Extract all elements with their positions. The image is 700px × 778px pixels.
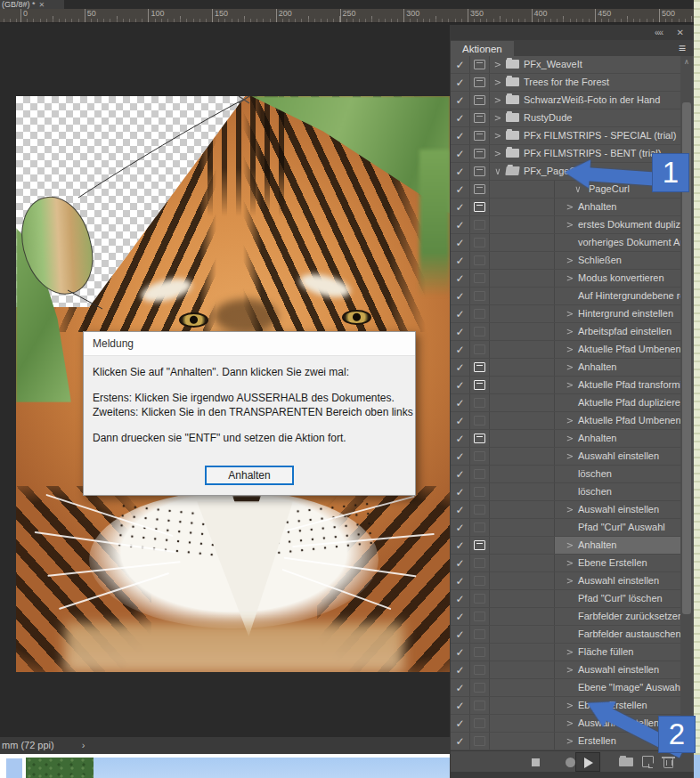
step-item[interactable]: löschen [554, 483, 680, 500]
status-chevron-icon[interactable]: › [82, 740, 85, 750]
toggle-dialog-cell[interactable] [470, 466, 490, 482]
step-item[interactable]: Ebene "Image" Auswahl [554, 679, 680, 696]
toggle-item-checkbox[interactable]: ✓ [451, 163, 470, 180]
step-item[interactable]: >Anhalten [554, 199, 680, 215]
toggle-item-checkbox[interactable]: ✓ [451, 448, 470, 465]
expander-icon[interactable]: > [564, 252, 576, 269]
toggle-dialog-cell[interactable] [470, 216, 490, 233]
toggle-dialog-cell[interactable] [470, 109, 490, 126]
step-item[interactable]: >Hintergrund einstellen [554, 305, 680, 322]
anhalten-button[interactable]: Anhalten [205, 466, 294, 485]
step-item[interactable]: >Auswahl einstellen [554, 661, 680, 678]
toggle-dialog-cell[interactable] [470, 572, 490, 589]
step-item[interactable]: >Aktuelle Pfad transformieren [554, 377, 680, 393]
toggle-item-checkbox[interactable]: ✓ [451, 679, 470, 696]
step-item[interactable]: >Auswahl einstellen [554, 501, 680, 518]
toggle-item-checkbox[interactable]: ✓ [451, 127, 470, 144]
dialog-title[interactable]: Meldung [84, 332, 415, 356]
expander-icon[interactable]: > [564, 697, 576, 714]
status-zoom-info[interactable]: mm (72 ppi) [2, 740, 54, 750]
toggle-dialog-cell[interactable] [470, 359, 490, 376]
toggle-dialog-cell[interactable] [470, 715, 490, 732]
expander-icon[interactable]: > [564, 448, 576, 465]
toggle-dialog-cell[interactable] [470, 608, 490, 625]
toggle-dialog-cell[interactable] [470, 234, 490, 251]
expander-icon[interactable]: > [564, 359, 576, 376]
tab-aktionen[interactable]: Aktionen [451, 41, 514, 57]
expander-icon[interactable]: > [564, 537, 576, 554]
tab-close-icon[interactable]: ✕ [39, 1, 45, 9]
toggle-item-checkbox[interactable]: ✓ [451, 555, 470, 571]
toggle-item-checkbox[interactable]: ✓ [451, 466, 470, 482]
expander-icon[interactable]: > [564, 501, 576, 518]
expander-icon[interactable]: > [564, 733, 576, 750]
toggle-item-checkbox[interactable]: ✓ [451, 145, 470, 162]
scroll-up-icon[interactable]: ∧ [680, 58, 693, 66]
step-item[interactable]: >Anhalten [554, 430, 680, 447]
close-panel-icon[interactable]: ✕ [677, 25, 684, 40]
toggle-dialog-cell[interactable] [470, 56, 490, 73]
step-item[interactable]: >erstes Dokument duplizieren [554, 216, 680, 233]
expander-icon[interactable]: > [492, 74, 504, 91]
step-item[interactable]: löschen [554, 466, 680, 482]
toggle-item-checkbox[interactable]: ✓ [451, 74, 470, 91]
toggle-dialog-cell[interactable] [470, 644, 490, 660]
toggle-item-checkbox[interactable]: ✓ [451, 572, 470, 589]
step-item[interactable]: >Auswahl einstellen [554, 572, 680, 589]
expander-icon[interactable]: > [564, 572, 576, 589]
step-item[interactable]: Pfad "Curl" löschen [554, 590, 680, 607]
toggle-item-checkbox[interactable]: ✓ [451, 377, 470, 393]
expander-icon[interactable]: > [564, 270, 576, 287]
toggle-dialog-cell[interactable] [470, 501, 490, 518]
toggle-item-checkbox[interactable]: ✓ [451, 216, 470, 233]
folder-item[interactable]: >PFx FILMSTRIPS - SPECIAL (trial) [490, 127, 680, 144]
step-item[interactable]: Farbfelder zurücksetzen [554, 608, 680, 625]
toggle-item-checkbox[interactable]: ✓ [451, 430, 470, 447]
stop-button[interactable] [526, 751, 546, 773]
toggle-item-checkbox[interactable]: ✓ [451, 661, 470, 678]
expander-icon[interactable]: > [492, 127, 504, 144]
step-item[interactable]: >Schließen [554, 252, 680, 269]
step-item[interactable]: >Aktuelle Pfad Umbenennen [554, 341, 680, 358]
expander-icon[interactable]: > [564, 377, 576, 393]
toggle-dialog-cell[interactable] [470, 341, 490, 358]
toggle-item-checkbox[interactable]: ✓ [451, 412, 470, 429]
toggle-item-checkbox[interactable]: ✓ [451, 323, 470, 340]
toggle-item-checkbox[interactable]: ✓ [451, 394, 470, 411]
step-item[interactable]: >Ebene Erstellen [554, 555, 680, 571]
toggle-dialog-cell[interactable] [470, 270, 490, 287]
toggle-dialog-cell[interactable] [470, 519, 490, 536]
toggle-dialog-cell[interactable] [470, 555, 490, 571]
toggle-item-checkbox[interactable]: ✓ [451, 56, 470, 73]
step-item[interactable]: >Arbeitspfad einstellen [554, 323, 680, 340]
play-button[interactable] [575, 752, 600, 772]
expander-icon[interactable]: > [564, 430, 576, 447]
toggle-dialog-cell[interactable] [470, 412, 490, 429]
toggle-dialog-cell[interactable] [470, 537, 490, 554]
expander-icon[interactable]: > [492, 109, 504, 126]
toggle-item-checkbox[interactable]: ✓ [451, 305, 470, 322]
toggle-dialog-cell[interactable] [470, 305, 490, 322]
toggle-dialog-cell[interactable] [470, 323, 490, 340]
folder-item[interactable]: >SchwarzWeiß-Foto in der Hand [490, 92, 680, 109]
toggle-dialog-cell[interactable] [470, 127, 490, 144]
toggle-dialog-cell[interactable] [470, 626, 490, 643]
expander-icon[interactable]: > [564, 644, 576, 660]
toggle-dialog-cell[interactable] [470, 430, 490, 447]
toggle-dialog-cell[interactable] [470, 163, 490, 180]
step-item[interactable]: >Modus konvertieren [554, 270, 680, 287]
step-item[interactable]: Farbfelder austauschen [554, 626, 680, 643]
toggle-dialog-cell[interactable] [470, 74, 490, 91]
toggle-item-checkbox[interactable]: ✓ [451, 234, 470, 251]
toggle-dialog-cell[interactable] [470, 199, 490, 215]
toggle-item-checkbox[interactable]: ✓ [451, 359, 470, 376]
toggle-item-checkbox[interactable]: ✓ [451, 181, 470, 198]
document-tab[interactable]: (GB/8#) *✕ [0, 0, 64, 9]
toggle-dialog-cell[interactable] [470, 145, 490, 162]
toggle-item-checkbox[interactable]: ✓ [451, 252, 470, 269]
step-item[interactable]: >Anhalten [554, 359, 680, 376]
step-item[interactable]: >Anhalten [554, 537, 680, 554]
toggle-item-checkbox[interactable]: ✓ [451, 199, 470, 215]
toggle-item-checkbox[interactable]: ✓ [451, 697, 470, 714]
toggle-dialog-cell[interactable] [470, 483, 490, 500]
